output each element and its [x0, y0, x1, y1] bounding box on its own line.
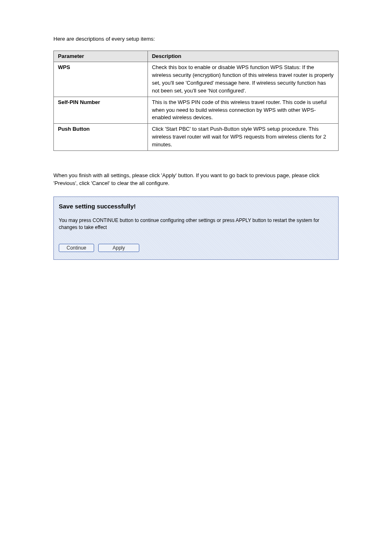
param-name: Push Button: [58, 126, 90, 132]
param-name: WPS: [58, 64, 70, 70]
table-row: WPS Check this box to enable or disable …: [54, 62, 339, 97]
table-header-parameter: Parameter: [54, 51, 148, 62]
parameter-table: Parameter Description WPS Check this box…: [53, 51, 339, 151]
apply-button[interactable]: Apply: [98, 244, 139, 252]
table-row: Push Button Click 'Start PBC' to start P…: [54, 124, 339, 151]
save-settings-panel: Save setting successfully! You may press…: [53, 197, 339, 260]
table-header-description: Description: [148, 51, 338, 62]
param-desc: This is the WPS PIN code of this wireles…: [152, 99, 327, 121]
continue-button[interactable]: Continue: [59, 244, 94, 252]
param-name: Self-PIN Number: [58, 99, 100, 105]
intro-text: Here are descriptions of every setup ite…: [53, 35, 339, 43]
param-desc: Click 'Start PBC' to start Push-Button s…: [152, 126, 326, 148]
table-row: Self-PIN Number This is the WPS PIN code…: [54, 97, 339, 124]
save-panel-message: You may press CONTINUE button to continu…: [59, 217, 333, 231]
button-row: Continue Apply: [59, 244, 333, 252]
param-desc: Check this box to enable or disable WPS …: [152, 64, 334, 94]
apply-note-text: When you finish with all settings, pleas…: [53, 171, 339, 187]
save-panel-title: Save setting successfully!: [59, 203, 333, 210]
document-page: Here are descriptions of every setup ite…: [0, 0, 392, 276]
